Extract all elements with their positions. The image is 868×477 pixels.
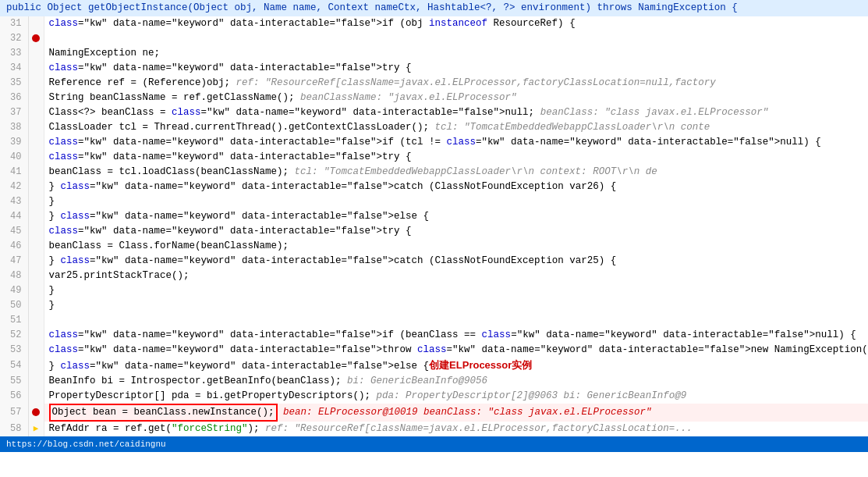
keyword: class — [49, 137, 79, 148]
table-row: 40 class="kw" data-name="keyword" data-i… — [0, 150, 868, 165]
table-row: 49 } — [0, 283, 868, 298]
line-number: 52 — [0, 328, 28, 343]
table-row: 34 class="kw" data-name="keyword" data-i… — [0, 61, 868, 76]
code-container: public Object getObjectInstance(Object o… — [0, 0, 868, 477]
line-comment: tcl: "TomcatEmbeddedWebappClassLoader\r\… — [429, 122, 710, 133]
table-row: 48 var25.printStackTrace(); — [0, 269, 868, 283]
code-line-content: var25.printStackTrace(); — [44, 269, 868, 283]
gutter-cell — [28, 283, 44, 298]
keyword: class — [49, 18, 79, 29]
gutter-cell — [28, 76, 44, 91]
table-row: 58▶ RefAddr ra = ref.get("forceString");… — [0, 422, 868, 436]
line-comment: ref: "ResourceRef[className=javax.el.ELP… — [230, 77, 716, 88]
code-line-content: class="kw" data-name="keyword" data-inte… — [44, 343, 868, 358]
code-line-content: class="kw" data-name="keyword" data-inte… — [44, 16, 868, 31]
gutter-cell: ▶ — [28, 422, 44, 436]
line-comment: bi: GenericBeanInfo@9056 — [342, 376, 488, 386]
keyword: class — [61, 181, 90, 192]
line-comment: beanClass: "class javax.el.ELProcessor" — [534, 107, 768, 118]
table-row: 46 beanClass = Class.forName(beanClassNa… — [0, 239, 868, 254]
line-number: 44 — [0, 209, 28, 224]
line-comment: tcl: "TomcatEmbeddedWebappClassLoader\r\… — [289, 166, 657, 177]
gutter-cell — [28, 209, 44, 224]
code-line-content: PropertyDescriptor[] pda = bi.getPropert… — [44, 389, 868, 404]
table-row: 35 Reference ref = (Reference)obj; ref: … — [0, 76, 868, 91]
table-row: 36 String beanClassName = ref.getClassNa… — [0, 91, 868, 105]
code-line-content: Class<?> beanClass = class="kw" data-nam… — [44, 105, 868, 120]
keyword: class — [49, 344, 79, 355]
table-row: 31 class="kw" data-name="keyword" data-i… — [0, 16, 868, 31]
keyword: instanceof — [429, 18, 487, 29]
gutter-cell — [28, 31, 44, 46]
line-number: 33 — [0, 46, 28, 61]
gutter-cell — [28, 150, 44, 165]
code-line-content: class="kw" data-name="keyword" data-inte… — [44, 150, 868, 165]
code-line-content: } class="kw" data-name="keyword" data-in… — [44, 180, 868, 194]
table-row: 47 } class="kw" data-name="keyword" data… — [0, 254, 868, 269]
line-number: 47 — [0, 254, 28, 269]
table-row: 52 class="kw" data-name="keyword" data-i… — [0, 328, 868, 343]
method-signature: public Object getObjectInstance(Object o… — [6, 2, 738, 13]
gutter-cell — [28, 105, 44, 120]
line-number: 49 — [0, 283, 28, 298]
gutter-cell — [28, 389, 44, 404]
line-number: 34 — [0, 61, 28, 76]
gutter-cell — [28, 313, 44, 328]
table-row: 39 class="kw" data-name="keyword" data-i… — [0, 135, 868, 150]
code-line-content: class="kw" data-name="keyword" data-inte… — [44, 224, 868, 239]
table-row: 38 ClassLoader tcl = Thread.currentThrea… — [0, 120, 868, 135]
line-number: 45 — [0, 224, 28, 239]
line-number: 53 — [0, 343, 28, 358]
keyword: class — [61, 211, 90, 222]
arrow-icon: ▶ — [34, 424, 39, 433]
keyword: class — [417, 344, 447, 355]
gutter-cell — [28, 404, 44, 422]
code-line-content: class="kw" data-name="keyword" data-inte… — [44, 61, 868, 76]
gutter-cell — [28, 269, 44, 283]
line-number: 41 — [0, 165, 28, 180]
gutter-cell — [28, 120, 44, 135]
table-row: 57 Object bean = beanClass.newInstance()… — [0, 404, 868, 422]
code-line-content: NamingException ne; — [44, 46, 868, 61]
bottom-bar-text: https://blog.csdn.net/caidingnu — [6, 440, 166, 449]
code-line-content: beanClass = Class.forName(beanClassName)… — [44, 239, 868, 254]
table-row: 42 } class="kw" data-name="keyword" data… — [0, 180, 868, 194]
breakpoint-icon[interactable] — [32, 34, 40, 42]
gutter-cell — [28, 194, 44, 209]
code-line-content: } class="kw" data-name="keyword" data-in… — [44, 358, 868, 374]
code-line-content: String beanClassName = ref.getClassName(… — [44, 91, 868, 105]
code-line-content: ClassLoader tcl = Thread.currentThread()… — [44, 120, 868, 135]
table-row: 45 class="kw" data-name="keyword" data-i… — [0, 224, 868, 239]
line-number: 58 — [0, 422, 28, 436]
line-number: 37 — [0, 105, 28, 120]
code-line-content: } — [44, 298, 868, 313]
gutter-cell — [28, 16, 44, 31]
gutter-cell — [28, 254, 44, 269]
keyword: class — [49, 151, 79, 162]
table-row: 37 Class<?> beanClass = class="kw" data-… — [0, 105, 868, 120]
line-number: 51 — [0, 313, 28, 328]
code-line-content: Object bean = beanClass.newInstance(); b… — [44, 404, 868, 422]
line-number: 50 — [0, 298, 28, 313]
table-row: 43 } — [0, 194, 868, 209]
line-comment: bean: ELProcessor@10019 beanClass: "clas… — [278, 407, 652, 418]
keyword: class — [49, 329, 79, 340]
gutter-cell — [28, 91, 44, 105]
breakpoint-icon[interactable] — [32, 408, 40, 416]
line-number: 31 — [0, 16, 28, 31]
table-row: 54 } class="kw" data-name="keyword" data… — [0, 358, 868, 374]
line-comment: ref: "ResourceRef[className=javax.el.ELP… — [260, 423, 693, 434]
table-row: 51 — [0, 313, 868, 328]
gutter-cell — [28, 135, 44, 150]
gutter-cell — [28, 239, 44, 254]
header-bar: public Object getObjectInstance(Object o… — [0, 0, 868, 16]
gutter-cell — [28, 328, 44, 343]
line-comment: beanClassName: "javax.el.ELProcessor" — [295, 92, 517, 103]
line-number: 43 — [0, 194, 28, 209]
code-line-content: Reference ref = (Reference)obj; ref: "Re… — [44, 76, 868, 91]
keyword: class — [49, 62, 79, 73]
gutter-cell — [28, 46, 44, 61]
table-row: 33 NamingException ne; — [0, 46, 868, 61]
line-number: 38 — [0, 120, 28, 135]
code-line-content: } — [44, 194, 868, 209]
